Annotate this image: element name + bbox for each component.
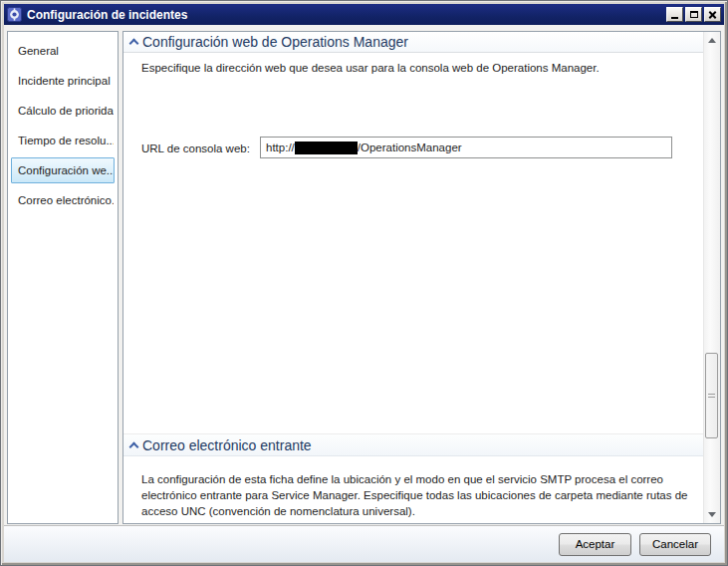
cancel-button[interactable]: Cancelar <box>639 533 711 556</box>
url-prefix-text: http:// <box>266 142 295 153</box>
redacted-host-text <box>295 142 358 154</box>
window-title: Configuración de incidentes <box>27 8 664 22</box>
titlebar[interactable]: Configuración de incidentes <box>4 4 724 25</box>
accept-button[interactable]: Aceptar <box>559 533 631 556</box>
settings-panel: Configuración web de Operations Manager … <box>122 31 721 524</box>
scroll-down-icon <box>708 512 716 517</box>
sidebar-item-incidente-principal[interactable]: Incidente principal <box>11 68 115 94</box>
settings-panel-content: Configuración web de Operations Manager … <box>123 32 703 523</box>
scroll-up-icon <box>708 38 716 43</box>
section-header-web: Configuración web de Operations Manager <box>123 32 703 53</box>
maximize-button[interactable] <box>685 7 702 22</box>
collapse-chevron-icon[interactable] <box>129 39 139 49</box>
section-header-email: Correo electrónico entrante <box>123 433 703 456</box>
app-icon <box>7 7 22 22</box>
scroll-down-button[interactable] <box>704 506 720 523</box>
close-icon <box>708 10 717 19</box>
section-title-web: Configuración web de Operations Manager <box>142 34 408 50</box>
collapse-chevron-icon[interactable] <box>129 441 139 451</box>
section-title-email: Correo electrónico entrante <box>142 437 312 453</box>
web-section-description: Especifique la dirección web que desea u… <box>141 62 699 74</box>
minimize-icon <box>671 17 678 19</box>
url-suffix-text: /OperationsManager <box>358 142 462 153</box>
scrollbar-thumb[interactable] <box>705 353 718 438</box>
url-field-label: URL de consola web: <box>141 142 250 154</box>
settings-nav-list: General Incidente principal Cálculo de p… <box>7 31 119 524</box>
sidebar-item-calculo-de-prioridad[interactable]: Cálculo de prioridad <box>11 98 115 124</box>
email-section-description: La configuración de esta ficha define la… <box>141 471 703 519</box>
dialog-body: General Incidente principal Cálculo de p… <box>4 25 724 562</box>
sidebar-item-tiempo-de-resolucion[interactable]: Tiempo de resolu... <box>11 128 115 153</box>
scrollbar-gripper-icon <box>708 392 715 400</box>
close-button[interactable] <box>704 7 721 22</box>
dialog-footer: Aceptar Cancelar <box>4 525 724 562</box>
minimize-button[interactable] <box>666 7 683 22</box>
scroll-up-button[interactable] <box>704 32 720 49</box>
incident-settings-dialog: Configuración de incidentes General Inci… <box>0 0 728 566</box>
sidebar-item-general[interactable]: General <box>11 38 115 64</box>
maximize-icon <box>690 11 698 18</box>
sidebar-item-correo-electronico[interactable]: Correo electrónico... <box>11 187 115 213</box>
vertical-scrollbar[interactable] <box>703 32 720 523</box>
sidebar-item-configuracion-web[interactable]: Configuración we... <box>11 157 115 183</box>
web-console-url-input[interactable]: http:///OperationsManager <box>260 137 672 158</box>
